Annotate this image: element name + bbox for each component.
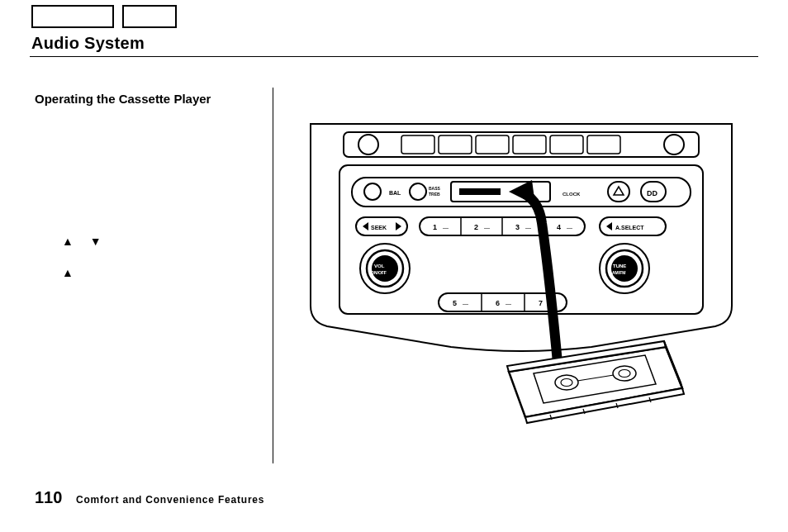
bass-treb-knob xyxy=(410,183,426,200)
column-divider xyxy=(273,88,273,463)
bal-knob xyxy=(364,183,381,200)
nav-box-2[interactable] xyxy=(122,5,177,28)
svg-text:DD: DD xyxy=(647,189,657,197)
svg-rect-6 xyxy=(587,135,620,154)
svg-point-47 xyxy=(561,379,572,387)
clock-label: CLOCK xyxy=(563,192,581,197)
section-subtitle: Operating the Cassette Player xyxy=(35,92,211,106)
preset-6: 6 xyxy=(496,299,500,307)
svg-text:—: — xyxy=(484,225,490,230)
svg-rect-5 xyxy=(550,135,583,154)
svg-point-28 xyxy=(372,255,398,282)
preset-5: 5 xyxy=(453,299,457,307)
preset-7: 7 xyxy=(539,299,543,307)
title-divider xyxy=(30,56,758,57)
page-number: 110 xyxy=(35,488,62,507)
svg-text:SEEK: SEEK xyxy=(371,225,387,230)
up-triangle-icon: ▲ xyxy=(62,266,74,279)
svg-point-8 xyxy=(664,135,684,154)
svg-rect-1 xyxy=(401,135,434,154)
svg-rect-3 xyxy=(476,135,509,154)
svg-text:TUNE: TUNE xyxy=(613,264,626,268)
svg-text:VOL: VOL xyxy=(374,264,385,268)
svg-point-38 xyxy=(611,255,638,282)
bass-label: BASS xyxy=(429,186,441,191)
nav-box-row xyxy=(31,5,177,28)
bal-label: BAL xyxy=(389,190,401,196)
preset-4: 4 xyxy=(557,223,561,231)
preset-3: 3 xyxy=(515,223,520,231)
svg-text:—: — xyxy=(506,301,511,306)
cassette-player-illustration: BAL BASS TREB CLOCK DD SEEK 1 — 2 — 3 — … xyxy=(294,116,748,446)
svg-text:AM/FM: AM/FM xyxy=(612,270,625,275)
svg-text:—: — xyxy=(525,225,531,230)
svg-text:ON/OFF: ON/OFF xyxy=(371,270,387,275)
up-triangle-icon: ▲ xyxy=(62,235,74,248)
preset-1: 1 xyxy=(433,223,437,231)
svg-text:A.SELECT: A.SELECT xyxy=(615,225,644,230)
svg-rect-4 xyxy=(513,135,546,154)
treb-label: TREB xyxy=(429,192,440,197)
svg-text:—: — xyxy=(443,225,449,230)
svg-point-7 xyxy=(358,135,378,154)
svg-rect-11 xyxy=(459,188,501,195)
footer-section-label: Comfort and Convenience Features xyxy=(76,494,264,506)
eject-button xyxy=(608,182,629,202)
svg-text:—: — xyxy=(463,301,468,306)
down-triangle-icon: ▼ xyxy=(90,235,102,248)
page-title: Audio System xyxy=(31,34,145,53)
nav-box-1[interactable] xyxy=(31,5,114,28)
svg-rect-2 xyxy=(439,135,472,154)
svg-point-49 xyxy=(619,370,630,378)
cassette-tape xyxy=(507,341,684,423)
indicator-row-1: ▲ ▼ xyxy=(62,235,102,248)
svg-text:—: — xyxy=(567,225,572,230)
preset-2: 2 xyxy=(474,223,478,231)
indicator-row-2: ▲ xyxy=(62,266,74,279)
